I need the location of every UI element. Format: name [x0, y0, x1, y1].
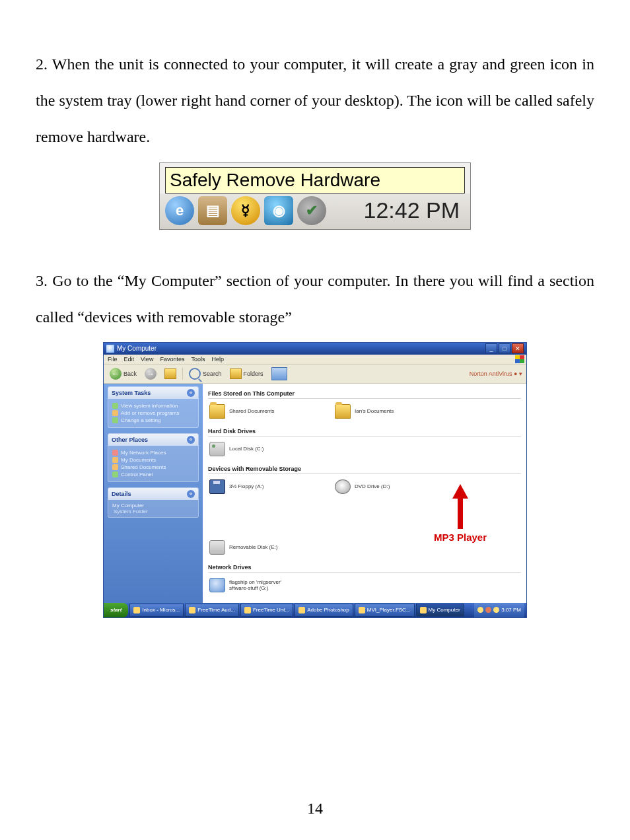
toolbar-back-label: Back: [123, 370, 137, 377]
tray-aim-icon: ☿: [231, 196, 260, 225]
tray-browser-icon: e: [165, 196, 194, 225]
start-button[interactable]: start: [104, 603, 128, 617]
section-network-drives-label: Network Drives: [208, 563, 521, 573]
window-maximize-button[interactable]: □: [499, 343, 510, 353]
menu-help[interactable]: Help: [211, 356, 224, 363]
windows-taskbar: start Inbox - Micros... FreeTime Aud... …: [104, 603, 526, 617]
menu-edit[interactable]: Edit: [124, 356, 135, 363]
paragraph-step-3: 3. Go to the “My Computer” section of yo…: [36, 263, 594, 335]
menu-tools[interactable]: Tools: [191, 356, 205, 363]
tray-safely-remove-icon: ✔: [297, 196, 326, 225]
details-header[interactable]: Details «: [108, 488, 198, 500]
details-type: System Folder: [112, 508, 194, 514]
item-user-documents[interactable]: Ian's Documents: [335, 404, 414, 419]
place-shared-documents[interactable]: Shared Documents: [112, 464, 194, 470]
window-close-button[interactable]: ✕: [512, 343, 524, 353]
document-page: 2. When the unit is connected to your co…: [0, 0, 630, 840]
toolbar-back-button[interactable]: ← Back: [108, 367, 139, 380]
item-network-drive[interactable]: flagship on 'mlgserver' sftware-stuff (G…: [209, 578, 289, 592]
back-arrow-icon: ←: [110, 368, 122, 380]
main-content-pane: Files Stored on This Computer Shared Doc…: [203, 384, 526, 603]
section-removable-label: Devices with Removable Storage: [208, 464, 521, 474]
item-floppy-a[interactable]: 3½ Floppy (A:): [209, 479, 289, 494]
folder-icon: [335, 404, 351, 419]
taskbar-item-active[interactable]: My Computer: [416, 604, 464, 617]
views-icon: [271, 367, 287, 380]
chevron-icon: «: [187, 436, 195, 444]
my-computer-title-icon: [106, 345, 114, 353]
taskbar-item[interactable]: FreeTime Unt...: [240, 604, 293, 617]
tray-monitor-icon: ◉: [264, 196, 293, 225]
other-places-header[interactable]: Other Places «: [108, 434, 198, 446]
place-network-places[interactable]: My Network Places: [112, 450, 194, 456]
toolbar-search-label: Search: [203, 370, 222, 377]
window-minimize-button[interactable]: _: [485, 343, 497, 353]
tray-icon: [485, 607, 491, 613]
search-icon: [189, 368, 201, 380]
taskbar-item[interactable]: Adobe Photoshop: [295, 604, 353, 617]
tray-icon: [477, 607, 483, 613]
toolbar-folders-label: Folders: [244, 370, 263, 377]
systray-screenshot: Safely Remove Hardware e ▤ ☿ ◉ ✔ 12:42 P…: [159, 162, 471, 230]
item-removable-disk-e[interactable]: Removable Disk (E:): [209, 540, 289, 555]
my-computer-window: My Computer _ □ ✕ File Edit View Favorit…: [103, 342, 527, 618]
details-panel: Details « My Computer System Folder: [108, 487, 199, 518]
taskbar-item[interactable]: Inbox - Micros...: [129, 604, 184, 617]
task-change-setting[interactable]: Change a setting: [112, 417, 194, 423]
item-local-disk-c[interactable]: Local Disk (C:): [209, 442, 289, 456]
forward-arrow-icon: →: [145, 368, 157, 380]
toolbar: ← Back → Search Folders: [104, 365, 526, 384]
chevron-icon: «: [187, 490, 195, 498]
paragraph-step-2: 2. When the unit is connected to your co…: [36, 46, 594, 156]
task-view-system-info[interactable]: View system information: [112, 403, 194, 409]
system-tasks-panel: System Tasks « View system information A…: [108, 386, 199, 428]
safely-remove-tooltip: Safely Remove Hardware: [165, 167, 465, 193]
figure-my-computer: My Computer _ □ ✕ File Edit View Favorit…: [36, 342, 594, 618]
figure-system-tray: Safely Remove Hardware e ▤ ☿ ◉ ✔ 12:42 P…: [36, 162, 594, 230]
system-tasks-header[interactable]: System Tasks «: [108, 387, 198, 399]
side-task-pane: System Tasks « View system information A…: [104, 384, 203, 603]
taskbar-item[interactable]: MVI_Player.FSC...: [355, 604, 415, 617]
menu-view[interactable]: View: [141, 356, 153, 363]
taskbar-tray: 3:07 PM: [474, 603, 524, 617]
place-control-panel[interactable]: Control Panel: [112, 472, 194, 477]
folder-up-icon: [164, 368, 176, 379]
folder-icon: [209, 404, 225, 419]
section-files-stored-label: Files Stored on This Computer: [208, 389, 521, 399]
floppy-icon: [209, 479, 225, 494]
taskbar-item[interactable]: FreeTime Aud...: [185, 604, 239, 617]
system-clock: 12:42 PM: [363, 197, 465, 223]
toolbar-folders-button[interactable]: Folders: [228, 368, 265, 380]
network-drive-icon: [209, 578, 225, 592]
taskbar-clock: 3:07 PM: [501, 607, 521, 613]
toolbar-search-button[interactable]: Search: [187, 367, 224, 380]
toolbar-views-button[interactable]: [269, 367, 289, 381]
dvd-drive-icon: [335, 479, 351, 494]
menu-file[interactable]: File: [108, 356, 118, 363]
section-hard-disk-label: Hard Disk Drives: [208, 427, 521, 437]
details-name: My Computer: [112, 503, 194, 508]
hard-disk-icon: [209, 442, 225, 456]
toolbar-forward-button[interactable]: →: [143, 367, 158, 380]
window-title: My Computer: [117, 345, 157, 352]
system-tray: e ▤ ☿ ◉ ✔ 12:42 PM: [160, 193, 470, 229]
item-shared-documents[interactable]: Shared Documents: [209, 404, 289, 419]
toolbar-up-button[interactable]: [162, 368, 178, 380]
tray-clipboard-icon: ▤: [198, 196, 227, 225]
window-titlebar[interactable]: My Computer _ □ ✕: [104, 343, 526, 355]
item-dvd-drive-d[interactable]: DVD Drive (D:): [335, 479, 414, 494]
menu-bar: File Edit View Favorites Tools Help: [104, 355, 526, 365]
task-add-remove-programs[interactable]: Add or remove programs: [112, 410, 194, 416]
removable-disk-icon: [209, 540, 225, 555]
page-number: 14: [0, 800, 630, 818]
place-my-documents[interactable]: My Documents: [112, 457, 194, 463]
tray-icon: [493, 607, 499, 613]
toolbar-antivirus-label[interactable]: Norton AntiVirus ● ▾: [470, 370, 522, 377]
other-places-panel: Other Places « My Network Places My Docu…: [108, 433, 199, 482]
menu-favorites[interactable]: Favorites: [160, 356, 184, 363]
chevron-icon: «: [187, 389, 195, 397]
folders-icon: [230, 368, 242, 379]
windows-flag-icon: [515, 355, 524, 363]
